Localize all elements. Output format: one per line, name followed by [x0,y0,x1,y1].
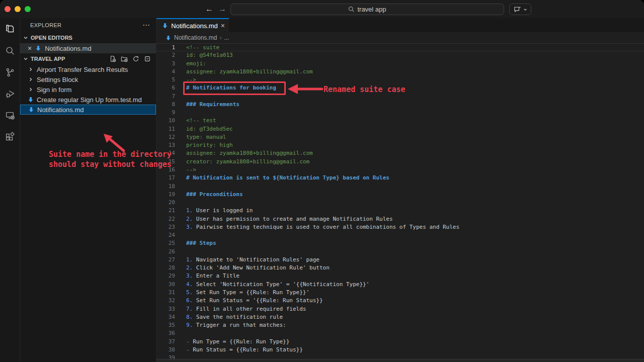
line-number: 32 [156,297,175,305]
line-number: 36 [156,329,175,337]
code-line-2[interactable]: 2id: @S4fe1a013 [156,51,644,59]
tree-folder-airport-transfer-search-results[interactable]: Airport Transfer Search Results [20,64,156,74]
chevron-right-icon [27,66,34,73]
tab-label: Notifications.md [171,22,217,30]
refresh-icon[interactable] [132,55,139,62]
code-line-11[interactable]: 11id: @T3debd5ec [156,125,644,133]
line-number: 22 [156,215,175,223]
code-line-38[interactable]: 38- Run Status = {{Rule: Run Status}} [156,346,644,354]
code-line-34[interactable]: 348. Save the notification rule [156,313,644,321]
tab-strip: Notifications.md × [156,18,644,32]
line-number: 4 [156,68,175,76]
open-editors-section-header[interactable]: OPEN EDITORS [20,32,156,43]
chevron-down-icon [22,35,29,40]
more-actions-icon[interactable]: ⋯ [142,21,150,30]
close-window-button[interactable] [5,6,11,12]
code-line-1[interactable]: 1<!-- suite [156,43,644,51]
code-line-28[interactable]: 282. Click 'Add New Notification Rule' b… [156,264,644,272]
code-line-20[interactable]: 20 [156,199,644,207]
tree-item-label: Settings Block [37,76,78,83]
annotation-suite-note: Suite name in the directory should stay … [49,150,172,169]
close-editor-icon[interactable]: × [28,45,32,52]
tree-file-create-regular-sign-up-form-test-md[interactable]: Create regular Sign Up form.test.md [20,95,156,105]
code-line-17[interactable]: 17# Notification is sent to ${Notificati… [156,174,644,182]
title-bar: ← → travel app [0,0,644,18]
explorer-sidebar: EXPLORER ⋯ OPEN EDITORS × Notifications.… [20,18,156,362]
new-folder-icon[interactable] [121,55,128,62]
code-line-24[interactable]: 24 [156,231,644,239]
tab-notifications-md[interactable]: Notifications.md × [156,18,229,32]
markdown-file-icon [162,22,168,29]
code-line-19[interactable]: 19### Preconditions [156,191,644,199]
code-line-18[interactable]: 18 [156,183,644,191]
code-line-37[interactable]: 37- Run Type = {{Rule: Run Type}} [156,338,644,346]
line-number: 13 [156,141,175,149]
search-sidebar-icon[interactable] [4,45,16,57]
zoom-window-button[interactable] [25,6,31,12]
code-line-text: ### Steps [186,239,216,247]
code-line-text: <!-- suite [186,44,219,51]
close-tab-icon[interactable]: × [221,22,225,29]
code-line-27[interactable]: 271. Navigate to 'Notification Rules' pa… [156,256,644,264]
code-line-text: - Run Type = {{Rule: Run Type}} [186,338,289,346]
source-control-icon[interactable] [4,66,16,78]
collapse-all-icon[interactable] [144,55,151,62]
code-line-text: 2. User has permission to create and man… [186,215,393,223]
code-line-30[interactable]: 304. Select 'Notification Type' = '{{Not… [156,281,644,289]
tree-folder-settings-block[interactable]: Settings Block [20,74,156,84]
run-debug-icon[interactable] [4,88,16,100]
line-number: 23 [156,223,175,231]
code-line-text: id: @T3debd5ec [186,125,233,133]
code-line-32[interactable]: 326. Set Run Status = '{{Rule: Run Statu… [156,297,644,305]
explorer-icon[interactable] [4,23,16,35]
code-line-15[interactable]: 15creator: zyamka1808+billing@gmail.com [156,158,644,166]
code-line-8[interactable]: 8### Requirements [156,101,644,109]
markdown-file-icon [35,45,42,52]
code-line-25[interactable]: 25### Steps [156,239,644,247]
line-number: 30 [156,281,175,289]
breadcrumb-more[interactable]: ... [224,34,229,41]
code-line-4[interactable]: 4assignee: zyamka1808+billing@gmail.com [156,68,644,76]
open-editors-label: OPEN EDITORS [31,35,72,41]
code-line-13[interactable]: 13priority: high [156,141,644,149]
code-line-12[interactable]: 12type: manual [156,133,644,141]
code-line-22[interactable]: 222. User has permission to create and m… [156,215,644,223]
command-center-search[interactable]: travel app [230,4,504,15]
code-line-text: 9. Trigger a run that matches: [186,321,286,329]
code-line-26[interactable]: 26 [156,248,644,256]
forward-arrow-icon[interactable]: → [218,3,226,15]
code-line-33[interactable]: 337. Fill in all other required fields [156,305,644,313]
tree-file-notifications-md[interactable]: Notifications.md [20,105,156,115]
open-editor-label: Notifications.md [45,45,91,52]
code-line-3[interactable]: 3emoji: [156,60,644,68]
new-file-icon[interactable] [109,55,116,62]
copilot-chat-button[interactable] [509,4,531,15]
workspace-section-header[interactable]: TRAVEL APP [20,53,156,64]
copilot-chat-icon [514,6,521,13]
code-line-10[interactable]: 10<!-- test [156,117,644,125]
code-line-31[interactable]: 315. Set Run Type = {{Rule: Run Type}}' [156,289,644,297]
line-number: 17 [156,174,175,182]
line-number: 2 [156,51,175,59]
code-line-text: - Run Status = {{Rule: Run Status}} [186,346,303,354]
code-line-21[interactable]: 211. User is logged in [156,207,644,215]
line-number: 7 [156,93,175,101]
extensions-icon[interactable] [4,131,16,143]
breadcrumb-file[interactable]: Notifications.md [174,34,217,41]
code-line-9[interactable]: 9 [156,109,644,117]
line-number: 19 [156,191,175,199]
file-tree: Airport Transfer Search ResultsSettings … [20,64,156,115]
code-line-35[interactable]: 359. Trigger a run that matches: [156,321,644,329]
line-number: 35 [156,321,175,329]
code-line-23[interactable]: 233. Pairwise testing technique is used … [156,223,644,231]
code-line-29[interactable]: 293. Enter a Title [156,272,644,280]
remote-explorer-icon[interactable] [4,110,16,122]
open-editor-item-notifications[interactable]: × Notifications.md [20,43,156,53]
code-line-36[interactable]: 36 [156,329,644,337]
back-arrow-icon[interactable]: ← [205,3,213,15]
markdown-file-icon [28,106,35,113]
tree-folder-sign-in-form[interactable]: Sign in form [20,84,156,95]
code-line-16[interactable]: 16--> [156,166,644,174]
minimize-window-button[interactable] [15,6,21,12]
code-line-14[interactable]: 14assignee: zyamka1808+billing@gmail.com [156,149,644,157]
